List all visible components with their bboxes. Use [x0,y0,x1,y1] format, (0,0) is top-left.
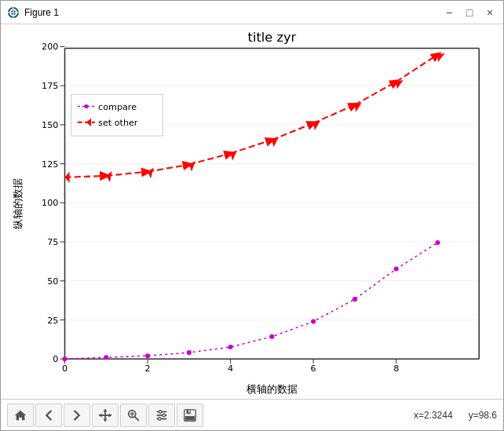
zoom-icon [126,408,141,422]
svg-line-62 [135,416,139,420]
svg-rect-74 [188,410,190,412]
svg-rect-73 [185,415,195,419]
app-icon [7,6,20,19]
y-tick-0: 0 [53,354,58,364]
titlebar: Figure 1 − □ × [1,1,503,24]
svg-point-36 [228,345,233,349]
forward-icon [70,408,84,422]
y-tick-100: 100 [42,198,58,208]
svg-point-35 [187,350,192,355]
x-tick-2: 2 [144,363,150,374]
y-tick-200: 200 [42,42,58,52]
status-x: x=2.3244 [414,410,453,421]
y-axis-label: 纵轴的数据 [12,178,24,229]
back-icon [42,408,56,422]
x-tick-4: 4 [228,363,233,374]
svg-point-38 [311,320,316,324]
x-tick-6: 6 [311,363,316,374]
svg-point-32 [62,356,67,361]
toolbar: x=2.3244 y=98.6 [1,399,503,430]
minimize-button[interactable]: − [442,5,456,20]
save-button[interactable] [177,404,203,427]
x-tick-0: 0 [62,363,68,374]
pan-icon [98,408,112,422]
close-button[interactable]: × [483,5,497,20]
chart-svg: title zyr 横轴的数据 纵轴的数据 0 2 4 6 8 0 25 50 [1,24,503,399]
legend-compare-dot [84,104,88,108]
toolbar-buttons [7,404,203,427]
pan-button[interactable] [92,404,119,427]
config-button[interactable] [148,404,175,427]
svg-point-40 [394,267,399,272]
y-tick-175: 175 [42,81,58,91]
y-tick-25: 25 [47,316,58,326]
svg-point-70 [159,417,162,420]
legend-box [71,94,163,136]
titlebar-controls: − □ × [442,5,497,20]
legend-compare-label: compare [98,102,137,112]
toolbar-status: x=2.3244 y=98.6 [414,410,497,421]
y-tick-75: 75 [47,237,58,247]
svg-point-34 [145,353,150,358]
legend-set-other-label: set other [98,118,138,128]
svg-point-37 [269,334,274,339]
maximize-button[interactable]: □ [462,5,477,20]
save-icon [183,408,197,422]
svg-point-33 [104,355,108,360]
main-window: Figure 1 − □ × [0,0,504,431]
x-axis-label: 横轴的数据 [247,383,298,395]
zoom-button[interactable] [120,404,147,427]
chart-title: title zyr [248,30,297,45]
svg-point-41 [435,240,440,245]
status-y: y=98.6 [469,410,497,421]
home-button[interactable] [7,404,34,427]
titlebar-left: Figure 1 [7,6,59,19]
window-title: Figure 1 [24,7,59,18]
x-tick-8: 8 [393,363,399,374]
svg-point-69 [163,414,166,417]
back-button[interactable] [35,404,62,427]
svg-point-39 [352,297,357,301]
chart-area: title zyr 横轴的数据 纵轴的数据 0 2 4 6 8 0 25 50 [1,24,503,399]
y-tick-50: 50 [47,276,58,287]
forward-button[interactable] [64,404,90,427]
config-icon [155,408,169,422]
svg-point-68 [159,410,162,413]
home-icon [13,408,27,422]
y-tick-150: 150 [42,120,58,130]
y-tick-125: 125 [42,159,58,170]
svg-rect-72 [187,409,191,413]
